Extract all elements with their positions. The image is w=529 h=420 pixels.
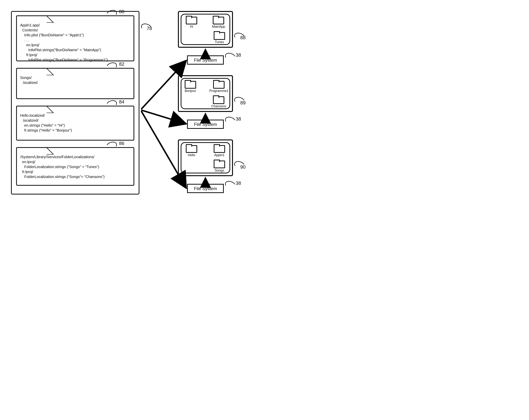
ref-86: 86 bbox=[119, 140, 124, 147]
folder-system-localizations: /System/Library/Services/FolderLocalizat… bbox=[16, 147, 134, 186]
folder-hello-localized: Hello.localized/ .localized/ en.strings … bbox=[16, 106, 134, 141]
file-system-box: File System bbox=[187, 55, 224, 65]
folder-icon bbox=[214, 145, 225, 153]
ref-89: 89 bbox=[240, 100, 246, 106]
finder-window-none: Hello Appln1 Songs bbox=[178, 139, 233, 176]
folder-80-content: Appln1.app/ Contents/ Info.plist ("BunDi… bbox=[20, 23, 130, 62]
ref-38-c: 38 bbox=[236, 180, 241, 186]
folder-songs: Songs/ .localized 82 bbox=[16, 68, 134, 99]
source-bundle-container: Appln1.app/ Contents/ Info.plist ("BunDi… bbox=[11, 11, 139, 194]
folder-84-content: Hello.localized/ .localized/ en.strings … bbox=[20, 113, 130, 133]
folder-icon bbox=[186, 17, 197, 24]
file-system-box: File System bbox=[187, 120, 224, 129]
svg-line-1 bbox=[141, 110, 186, 124]
folder-icon bbox=[213, 81, 225, 89]
ref-82: 82 bbox=[119, 61, 124, 67]
file-system-box: File System bbox=[187, 184, 224, 193]
folder-icon bbox=[214, 32, 225, 40]
ref-90: 90 bbox=[240, 164, 246, 170]
ref-78: 78 bbox=[147, 26, 152, 31]
folder-86-content: /System/Library/Services/FolderLocalizat… bbox=[20, 154, 130, 179]
folder-icon bbox=[214, 161, 225, 168]
folder-icon bbox=[213, 17, 224, 24]
folder-icon bbox=[186, 145, 197, 153]
folder-appln1-bundle: Appln1.app/ Contents/ Info.plist ("BunDi… bbox=[16, 15, 134, 61]
localization-diagram: Appln1.app/ Contents/ Info.plist ("BunDi… bbox=[7, 7, 246, 196]
folder-icon bbox=[185, 81, 196, 89]
ref-38-b: 38 bbox=[236, 116, 241, 122]
ref-80: 80 bbox=[119, 8, 124, 15]
ref-88: 88 bbox=[240, 35, 246, 41]
ref-38-a: 38 bbox=[236, 52, 241, 58]
finder-window-en: Hi MainApp Tunes bbox=[178, 11, 233, 48]
ref-84: 84 bbox=[119, 99, 124, 105]
folder-82-content: Songs/ .localized bbox=[20, 75, 130, 85]
finder-window-fr: Bonjour Programme1 Chansons bbox=[178, 75, 233, 112]
folder-icon bbox=[213, 96, 224, 104]
